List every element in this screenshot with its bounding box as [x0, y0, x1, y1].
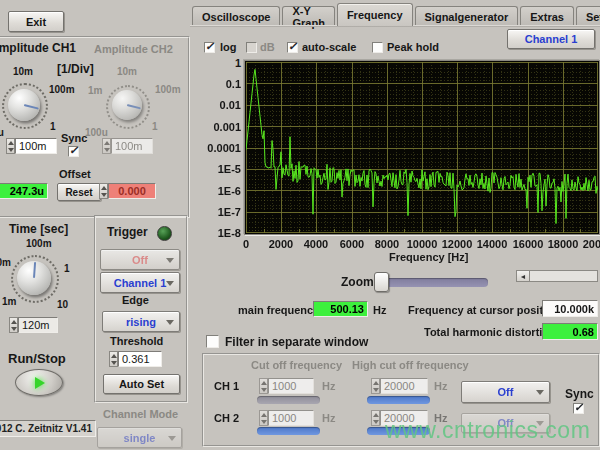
auto-set-button[interactable]: Auto Set [103, 374, 180, 394]
thd-label: Total harmonic distortion [424, 326, 556, 338]
zoom-slider-thumb[interactable] [374, 272, 389, 292]
exit-button[interactable]: Exit [8, 11, 64, 32]
ch1-cutoff-slider[interactable] [257, 396, 320, 404]
run-stop-label: Run/Stop [8, 351, 66, 366]
threshold-stepper[interactable]: 0.361 [109, 351, 162, 367]
offset-stepper[interactable] [99, 183, 108, 199]
tab-oscilloscope[interactable]: Oscilloscope [192, 6, 280, 26]
ch1-cutoff-stepper-arrows[interactable] [259, 378, 268, 394]
ch2-amplitude-value[interactable]: 100m [111, 138, 153, 154]
ch2-highcut-stepper-arrows[interactable] [371, 410, 380, 426]
ytick-1e-7: 1E-7 [197, 206, 241, 218]
ch1-highcut-stepper[interactable]: 20000 [371, 378, 428, 394]
ch2-cutoff-stepper-arrows[interactable] [259, 410, 268, 426]
time-stepper-arrows[interactable] [9, 317, 18, 333]
ch2-cutoff-slider[interactable] [257, 427, 320, 435]
xtick-20000: 20000 [576, 238, 600, 250]
dropdown-arrow-icon [166, 258, 174, 263]
scroll-left-arrow-icon[interactable]: ◄ [517, 271, 530, 281]
peak-hold-checkbox[interactable] [372, 42, 383, 53]
ytick-0p1: 0.1 [197, 78, 241, 90]
zoom-slider-track[interactable] [376, 278, 488, 287]
edge-dropdown[interactable]: rising [102, 311, 180, 332]
db-checkbox[interactable] [246, 42, 257, 53]
time-tick-1m: 1m [2, 296, 16, 307]
log-checkbox[interactable]: ✓ [204, 42, 215, 53]
ytick-0p01: 0.01 [197, 99, 241, 111]
trigger-channel-value: Channel 1 [114, 277, 167, 289]
filter-separate-checkbox[interactable] [206, 335, 219, 348]
channel-select-label: Channel 1 [525, 33, 578, 45]
ytick-0p0001: 0.0001 [197, 142, 241, 154]
trigger-label: Trigger [107, 225, 148, 239]
filter-sync-checkbox[interactable]: ✓ [573, 403, 584, 414]
log-label: log [220, 41, 237, 53]
offset-value[interactable]: 0.000 [108, 183, 156, 199]
dropdown-arrow-icon [166, 281, 174, 286]
tab-frequency[interactable]: Frequency [337, 3, 413, 26]
tab-signalgenerator[interactable]: Signalgenerator [415, 6, 519, 26]
ch1-cutoff-value[interactable]: 1000 [268, 378, 314, 394]
check-icon: ✓ [69, 144, 78, 157]
ch1-cutoff-stepper[interactable]: 1000 [259, 378, 314, 394]
threshold-stepper-arrows[interactable] [109, 351, 118, 367]
ch1-highcut-value[interactable]: 20000 [380, 378, 428, 394]
filter-mode-dropdown[interactable]: Off [461, 381, 550, 403]
threshold-label: Threshold [110, 335, 163, 347]
ch2-tick-1m: 1m [88, 85, 102, 96]
ch1-amplitude-stepper-arrows[interactable] [6, 138, 15, 154]
spectrum-canvas[interactable] [246, 62, 598, 233]
filter-sync-label: Sync [565, 387, 594, 401]
ch1-tick-10m: 10m [13, 66, 33, 77]
plot-scrollbar[interactable]: ◄ [516, 270, 598, 282]
amplitude-ch2-label: Amplitude CH2 [94, 43, 173, 55]
ch2-cutoff-value[interactable]: 1000 [268, 410, 314, 426]
ch1-highcut-unit: Hz [434, 380, 447, 392]
filter-separate-label: Filter in separate window [225, 335, 368, 349]
ch2-knob-pointer [127, 104, 141, 109]
time-value[interactable]: 120m [18, 317, 58, 333]
ch2-cutoff-unit: Hz [322, 412, 335, 424]
time-stepper[interactable]: 120m [9, 317, 58, 333]
offset-label: Offset [59, 168, 91, 180]
ch1-amplitude-knob[interactable] [8, 89, 40, 121]
ch1-highcut-slider[interactable] [367, 396, 430, 404]
ch2-amplitude-stepper-arrows[interactable] [102, 138, 111, 154]
ch1-amplitude-value[interactable]: 100m [15, 138, 57, 154]
offset-reset-button[interactable]: Reset [57, 183, 101, 201]
edge-value: rising [126, 316, 156, 328]
check-icon: ✓ [205, 40, 214, 53]
dropdown-arrow-icon [166, 320, 174, 325]
trigger-mode-dropdown[interactable]: Off [100, 249, 180, 270]
channel-select-button[interactable]: Channel 1 [507, 29, 595, 49]
filter-mode-value: Off [498, 386, 514, 398]
ch2-amplitude-stepper[interactable]: 100m [102, 138, 153, 154]
spectrum-plot[interactable] [244, 60, 600, 235]
filter-ch2-label: CH 2 [214, 412, 239, 424]
trigger-led-icon [157, 226, 172, 241]
trigger-mode-value: Off [132, 254, 148, 266]
offset-stepper-arrows[interactable] [99, 183, 108, 199]
ch2-cutoff-stepper[interactable]: 1000 [259, 410, 314, 426]
time-tick-100m: 100m [26, 238, 52, 249]
ch2-amplitude-knob[interactable] [112, 90, 142, 120]
time-label: Time [sec] [9, 222, 68, 236]
ch2-tick-100m: 100m [155, 84, 181, 95]
tab-xy-graph[interactable]: X-Y Graph [282, 6, 334, 26]
ch1-amplitude-stepper[interactable]: 100m [6, 138, 57, 154]
dropdown-arrow-icon [168, 436, 176, 441]
watermark: www.cntronics.com [385, 417, 590, 444]
ch2-tick-10m: 10m [117, 66, 137, 77]
threshold-value[interactable]: 0.361 [118, 351, 162, 367]
peak-hold-label: Peak hold [387, 41, 439, 53]
ch1-highcut-stepper-arrows[interactable] [371, 378, 380, 394]
tab-extras[interactable]: Extras [520, 6, 574, 26]
amplitude-sync-checkbox[interactable]: ✓ [68, 146, 79, 157]
channel-mode-dropdown[interactable]: single [97, 427, 182, 448]
autoscale-checkbox[interactable]: ✓ [287, 42, 298, 53]
app-window: Exit Amplitude CH1 Amplitude CH2 [1/Div]… [0, 0, 600, 450]
tab-settings[interactable]: Settings [576, 6, 600, 26]
run-stop-button[interactable] [15, 369, 63, 396]
trigger-channel-dropdown[interactable]: Channel 1 [100, 272, 180, 293]
time-knob[interactable] [17, 261, 51, 295]
